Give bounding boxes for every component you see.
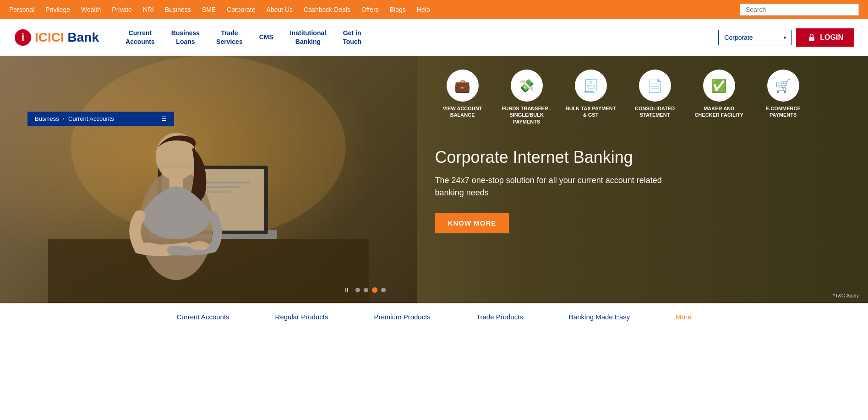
hero-illustration <box>0 56 417 303</box>
feature-label-maker-checker: MAKER AND CHECKER FACILITY <box>694 105 743 118</box>
breadcrumb-separator: › <box>63 115 65 122</box>
svg-rect-2 <box>809 37 814 41</box>
bank-name: ICICI Bank <box>35 30 99 45</box>
feature-label-consolidated: CONSOLIDATED STATEMENT <box>635 105 675 118</box>
main-nav-current-accounts[interactable]: Current Accounts <box>117 29 163 45</box>
feature-icon-bulk-tax: 🧾 <box>575 70 607 102</box>
slider-dot-1[interactable] <box>355 288 360 292</box>
main-nav-trade-services[interactable]: Trade Services <box>208 29 251 45</box>
main-nav-institutional-banking[interactable]: Institutional Banking <box>282 29 334 45</box>
search-input[interactable] <box>740 4 859 16</box>
bottom-tab-bar: Current AccountsRegular ProductsPremium … <box>0 303 868 330</box>
top-nav-offers[interactable]: Offers <box>361 6 379 13</box>
lock-icon <box>807 33 816 42</box>
top-nav-nri[interactable]: NRI <box>143 6 154 13</box>
breadcrumb: Business › Current Accounts ☰ <box>27 112 174 126</box>
feature-label-funds-transfer: FUNDS TRANSFER - SINGLE/BULK PAYMENTS <box>499 105 554 125</box>
feature-label-ecommerce: E-COMMERCE PAYMENTS <box>765 105 800 118</box>
login-button[interactable]: LOGIN <box>796 28 854 47</box>
feature-icons-row: 💼 VIEW ACCOUNT BALANCE 💸 FUNDS TRANSFER … <box>435 70 850 125</box>
premium-products-tab[interactable]: Premium Products <box>351 304 453 331</box>
hero-background: 💼 VIEW ACCOUNT BALANCE 💸 FUNDS TRANSFER … <box>0 56 868 303</box>
login-label: LOGIN <box>820 33 843 42</box>
top-nav-links: PersonalPrivilegeWealthPrivateNRIBusines… <box>9 5 441 14</box>
slider-dots[interactable]: ⏸ <box>344 286 386 294</box>
top-nav-private[interactable]: Private <box>112 6 132 13</box>
logo[interactable]: i ICICI Bank <box>14 28 99 47</box>
corporate-select[interactable]: CorporateRetailSME <box>718 30 792 45</box>
main-nav-get-in-touch[interactable]: Get in Touch <box>334 29 370 45</box>
trade-products-tab[interactable]: Trade Products <box>453 304 546 331</box>
hero-subtitle: The 24x7 one-stop solution for all your … <box>435 174 673 199</box>
top-nav-business[interactable]: Business <box>165 6 191 13</box>
feature-icon-view-balance: 💼 <box>447 70 479 102</box>
top-nav-blogs[interactable]: Blogs <box>390 6 406 13</box>
top-nav-help[interactable]: Help <box>417 6 430 13</box>
feature-maker-checker[interactable]: ✅ MAKER AND CHECKER FACILITY <box>692 70 747 125</box>
feature-bulk-tax[interactable]: 🧾 BULK TAX PAYMENT & GST <box>563 70 618 125</box>
top-nav-wealth[interactable]: Wealth <box>81 6 101 13</box>
more-tab[interactable]: More <box>653 304 714 331</box>
feature-icon-consolidated: 📄 <box>639 70 671 102</box>
top-nav-corporate[interactable]: Corporate <box>227 6 255 13</box>
nav-right: CorporateRetailSME LOGIN <box>718 28 854 47</box>
top-navigation: PersonalPrivilegeWealthPrivateNRIBusines… <box>0 0 868 19</box>
tc-text: *T&C Apply <box>833 293 859 298</box>
top-nav-sme[interactable]: SME <box>202 6 216 13</box>
main-nav-business-loans[interactable]: Business Loans <box>163 29 208 45</box>
top-nav-privilege[interactable]: Privilege <box>45 6 70 13</box>
top-nav-cashback[interactable]: Cashback Deals <box>304 6 350 13</box>
main-nav-cms[interactable]: CMS <box>251 33 282 41</box>
svg-point-15 <box>137 242 160 253</box>
feature-consolidated[interactable]: 📄 CONSOLIDATED STATEMENT <box>628 70 682 125</box>
main-nav-links: Current AccountsBusiness LoansTrade Serv… <box>117 29 718 45</box>
hero-section: 💼 VIEW ACCOUNT BALANCE 💸 FUNDS TRANSFER … <box>0 56 868 303</box>
regular-products-tab[interactable]: Regular Products <box>252 304 351 331</box>
feature-icon-ecommerce: 🛒 <box>767 70 799 102</box>
feature-icon-funds-transfer: 💸 <box>511 70 543 102</box>
slider-dot-3[interactable] <box>372 287 377 293</box>
top-nav-about[interactable]: About Us <box>266 6 293 13</box>
svg-point-16 <box>189 241 209 250</box>
feature-label-bulk-tax: BULK TAX PAYMENT & GST <box>566 105 616 118</box>
feature-label-view-balance: VIEW ACCOUNT BALANCE <box>443 105 482 118</box>
svg-text:i: i <box>22 32 24 43</box>
feature-funds-transfer[interactable]: 💸 FUNDS TRANSFER - SINGLE/BULK PAYMENTS <box>499 70 554 125</box>
hero-content: 💼 VIEW ACCOUNT BALANCE 💸 FUNDS TRANSFER … <box>417 56 868 303</box>
know-more-button[interactable]: KNOW MORE <box>435 213 509 233</box>
main-navigation: i ICICI Bank Current AccountsBusiness Lo… <box>0 19 868 56</box>
hamburger-icon[interactable]: ☰ <box>161 115 167 122</box>
feature-ecommerce[interactable]: 🛒 E-COMMERCE PAYMENTS <box>756 70 811 125</box>
feature-icon-maker-checker: ✅ <box>703 70 735 102</box>
top-nav-personal[interactable]: Personal <box>9 6 34 13</box>
slider-dot-4[interactable] <box>381 288 386 292</box>
corporate-selector[interactable]: CorporateRetailSME <box>718 30 792 45</box>
pause-icon[interactable]: ⏸ <box>344 286 350 294</box>
current-accounts-tab[interactable]: Current Accounts <box>154 304 252 331</box>
hero-image <box>0 56 417 303</box>
feature-view-balance[interactable]: 💼 VIEW ACCOUNT BALANCE <box>435 70 490 125</box>
banking-easy-tab[interactable]: Banking Made Easy <box>546 304 653 331</box>
breadcrumb-current: Current Accounts <box>68 115 114 122</box>
slider-dot-2[interactable] <box>364 288 368 292</box>
hero-title: Corporate Internet Banking <box>435 148 850 167</box>
breadcrumb-home[interactable]: Business <box>35 115 59 122</box>
